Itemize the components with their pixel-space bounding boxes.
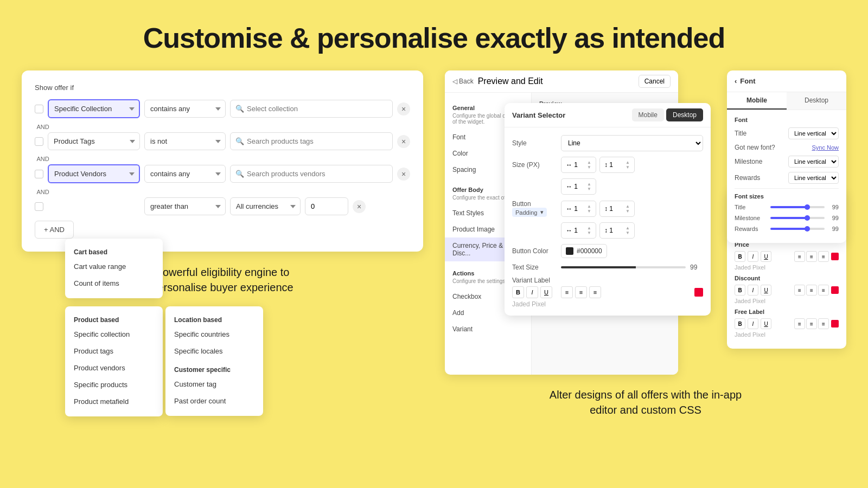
remove-row-3[interactable]: ×: [397, 168, 410, 181]
fp-rewards-slider[interactable]: [770, 228, 825, 230]
align-left-button[interactable]: ≡: [561, 286, 573, 298]
add-and-button[interactable]: + AND: [35, 221, 74, 239]
fp-title-slider[interactable]: [770, 206, 825, 208]
cancel-button[interactable]: Cancel: [639, 75, 671, 88]
condition-select-3[interactable]: contains any: [144, 165, 226, 183]
value-input-4[interactable]: [305, 197, 348, 215]
specific-products-item[interactable]: Specific products: [65, 376, 163, 393]
cp-freelabel-format-row: B I U ≡ ≡ ≡: [735, 318, 839, 329]
specific-collection-item[interactable]: Specific collection: [65, 326, 163, 343]
freelabel-italic-btn[interactable]: I: [748, 318, 758, 329]
fp-milestone-select[interactable]: Line vertical: [788, 156, 839, 168]
freelabel-align-right[interactable]: ≡: [818, 318, 829, 329]
vs-btn-num-3[interactable]: ↔ 1 ▲▼: [561, 222, 596, 239]
freelabel-align-center[interactable]: ≡: [806, 318, 817, 329]
remove-row-2[interactable]: ×: [397, 135, 410, 148]
fp-milestone-label: Milestone: [735, 158, 762, 165]
price-align-left[interactable]: ≡: [794, 251, 805, 262]
fp-rewards-select[interactable]: Line vertical: [788, 172, 839, 184]
discount-color-swatch[interactable]: [831, 286, 839, 294]
search-input-1[interactable]: [230, 100, 393, 118]
vs-tab-mobile[interactable]: Mobile: [632, 108, 664, 121]
fp-title-select[interactable]: Line vertical: [788, 127, 839, 139]
cart-value-range-item[interactable]: Cart value range: [65, 258, 163, 275]
vs-num-3[interactable]: ↔ 1 ▲▼: [561, 178, 596, 195]
vs-tab-desktop[interactable]: Desktop: [666, 108, 703, 121]
discount-align-right[interactable]: ≡: [818, 285, 829, 296]
vs-slider[interactable]: [561, 266, 686, 268]
field-select-2[interactable]: Product Tags: [48, 132, 140, 150]
fp-rewards-size-row: Rewards 99: [735, 226, 839, 232]
vs-btn-num-2[interactable]: ↕ 1 ▲▼: [599, 201, 635, 217]
fp-tab-mobile[interactable]: Mobile: [727, 92, 787, 110]
vs-num-2[interactable]: ↕ 1 ▲▼: [599, 157, 635, 173]
left-panel: Show offer if Specific Collection contai…: [22, 70, 423, 418]
product-metafield-item[interactable]: Product metafield: [65, 393, 163, 410]
vs-btn-num-4[interactable]: ↕ 1 ▲▼: [599, 222, 635, 239]
past-order-count-item[interactable]: Past order count: [165, 393, 263, 409]
search-wrapper-2: 🔍: [230, 132, 393, 150]
specific-countries-item[interactable]: Specific countries: [165, 326, 263, 343]
filter-checkbox-2[interactable]: [35, 137, 43, 146]
back-chevron-icon[interactable]: ‹: [735, 77, 737, 85]
vs-slider-row: 99: [561, 264, 703, 271]
right-panel: ◁ Back Preview and Edit Cancel General C…: [445, 70, 846, 418]
remove-row-4[interactable]: ×: [353, 200, 366, 213]
discount-italic-btn[interactable]: I: [748, 285, 758, 296]
price-align-right[interactable]: ≡: [818, 251, 829, 262]
color-picker-swatch[interactable]: [694, 288, 703, 297]
back-button[interactable]: ◁ Back: [452, 78, 474, 85]
fp-sync-label: Got new font?: [735, 144, 775, 151]
discount-underline-btn[interactable]: U: [761, 285, 771, 296]
and-label-3: AND: [35, 189, 51, 195]
vs-color-input[interactable]: #000000: [561, 244, 607, 258]
price-color-swatch[interactable]: [831, 253, 839, 260]
filter-checkbox-4[interactable]: [35, 202, 43, 211]
bold-button[interactable]: B: [512, 286, 524, 298]
product-tags-item[interactable]: Product tags: [65, 343, 163, 359]
condition-select-4[interactable]: greater than: [144, 197, 226, 215]
padding-label[interactable]: Padding ▾: [512, 208, 547, 217]
fp-tab-desktop[interactable]: Desktop: [787, 92, 846, 110]
count-of-items-item[interactable]: Count of items: [65, 275, 163, 292]
freelabel-underline-btn[interactable]: U: [761, 318, 771, 329]
search-input-2[interactable]: [230, 132, 393, 150]
vs-style-select[interactable]: Line: [561, 135, 703, 151]
specific-locales-item[interactable]: Specific locales: [165, 343, 263, 359]
cp-discount-title: Discount: [735, 275, 839, 281]
freelabel-align-left[interactable]: ≡: [794, 318, 805, 329]
field-select-1[interactable]: Specific Collection: [48, 99, 140, 118]
search-input-3[interactable]: [230, 165, 393, 183]
field-select-3[interactable]: Product Vendors: [48, 164, 140, 183]
price-underline-btn[interactable]: U: [761, 251, 771, 262]
condition-select-1[interactable]: contains any: [144, 100, 226, 118]
price-bold-btn[interactable]: B: [735, 251, 745, 262]
product-vendors-item[interactable]: Product vendors: [65, 359, 163, 376]
sidebar-variant-item[interactable]: Variant: [445, 321, 531, 337]
vs-num-1[interactable]: ↔ 1 ▲▼: [561, 157, 596, 173]
fp-sync-link[interactable]: Sync Now: [812, 144, 839, 151]
currency-select[interactable]: All currencies: [230, 197, 301, 215]
cp-price-format-row: B I U ≡ ≡ ≡: [735, 251, 839, 262]
filter-checkbox-1[interactable]: [35, 105, 43, 113]
discount-align-left[interactable]: ≡: [794, 285, 805, 296]
freelabel-color-swatch[interactable]: [831, 320, 839, 328]
customer-tag-item[interactable]: Customer tag: [165, 376, 263, 393]
left-caption-line1: Powerful eligibility engine to: [156, 266, 290, 278]
remove-row-1[interactable]: ×: [397, 102, 410, 115]
underline-button[interactable]: U: [540, 286, 552, 298]
discount-bold-btn[interactable]: B: [735, 285, 745, 296]
cp-freelabel-align-group: ≡ ≡ ≡: [794, 318, 829, 329]
align-center-button[interactable]: ≡: [575, 286, 587, 298]
freelabel-bold-btn[interactable]: B: [735, 318, 745, 329]
vs-btn-num-1[interactable]: ↔ 1 ▲▼: [561, 201, 596, 217]
price-align-center[interactable]: ≡: [806, 251, 817, 262]
discount-align-center[interactable]: ≡: [806, 285, 817, 296]
align-right-button[interactable]: ≡: [589, 286, 601, 298]
vs-body: Style Line Size (PX) ↔ 1 ▲▼: [505, 127, 711, 316]
italic-button[interactable]: I: [526, 286, 538, 298]
price-italic-btn[interactable]: I: [748, 251, 758, 262]
condition-select-2[interactable]: is not: [144, 132, 226, 150]
fp-milestone-slider[interactable]: [770, 217, 825, 219]
filter-checkbox-3[interactable]: [35, 170, 43, 178]
